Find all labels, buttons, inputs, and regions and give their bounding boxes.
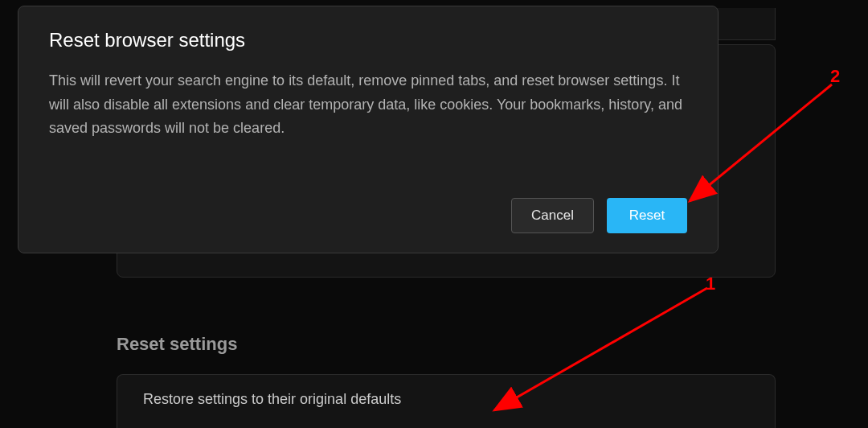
setting-row-restore-defaults[interactable]: Restore settings to their original defau… [117,374,776,428]
cancel-button[interactable]: Cancel [511,198,594,233]
section-header-reset-settings: Reset settings [117,334,237,355]
annotation-label-2: 2 [830,66,840,87]
dialog-action-row: Cancel Reset [511,198,687,233]
dialog-body-text: This will revert your search engine to i… [49,69,687,141]
dialog-title: Reset browser settings [49,29,687,51]
reset-browser-settings-dialog: Reset browser settings This will revert … [18,6,719,253]
reset-button[interactable]: Reset [607,198,687,233]
setting-row-label: Restore settings to their original defau… [143,391,401,407]
annotation-label-1: 1 [706,274,715,294]
